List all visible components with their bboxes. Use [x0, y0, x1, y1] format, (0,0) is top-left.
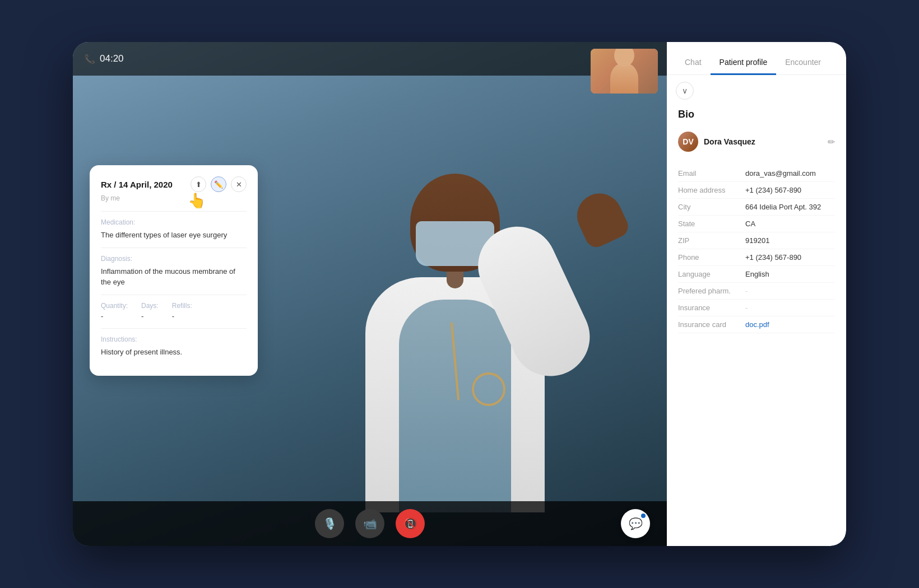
video-top-bar: 📞 04:20 [73, 42, 667, 76]
video-area: 📞 04:20 [73, 42, 667, 546]
rx-actions: ⬆ ✏️ ✕ [191, 176, 247, 192]
rx-edit-button[interactable]: ✏️ [211, 176, 226, 192]
diagnosis-value: Inflammation of the mucous membrane of t… [101, 266, 247, 288]
info-row-city: City 664 Idelia Port Apt. 392 [678, 199, 835, 216]
info-row-preferred-pharm: Prefered pharm. - [678, 283, 835, 300]
camera-icon: 📹 [363, 517, 377, 530]
instructions-label: Instructions: [101, 335, 247, 343]
medication-label: Medication: [101, 218, 247, 226]
video-bottom-bar: 🎙️ 📹 📵 💬 [73, 501, 667, 546]
city-label: City [678, 203, 745, 211]
end-call-button[interactable]: 📵 [396, 509, 425, 538]
rx-card-header: Rx / 14 April, 2020 ⬆ ✏️ ✕ [101, 176, 247, 192]
quantity-label: Quantity: [101, 302, 128, 310]
days-label: Days: [141, 302, 159, 310]
phone-value: +1 (234) 567-890 [745, 253, 835, 262]
notification-dot [640, 512, 647, 519]
rx-card: Rx / 14 April, 2020 ⬆ ✏️ ✕ By me Medicat… [90, 165, 258, 376]
avatar-initials: DV [683, 137, 693, 146]
medication-value: The different types of laser eye surgery [101, 230, 247, 241]
rx-upload-button[interactable]: ⬆ [191, 176, 206, 192]
insurance-card-link[interactable]: doc.pdf [745, 320, 835, 329]
tab-patient-profile[interactable]: Patient profile [711, 51, 777, 75]
patient-header: DV Dora Vasquez ✏ [678, 132, 835, 152]
panel-content: Bio DV Dora Vasquez ✏ Email dora_vas@gma… [667, 106, 846, 546]
edit-profile-icon[interactable]: ✏ [828, 137, 835, 147]
chevron-down-icon: ∨ [682, 86, 688, 95]
info-row-phone: Phone +1 (234) 567-890 [678, 249, 835, 266]
chat-button[interactable]: 💬 [621, 509, 650, 538]
end-call-icon: 📵 [403, 517, 417, 530]
rx-close-button[interactable]: ✕ [231, 176, 247, 192]
preferred-pharm-value: - [745, 287, 835, 295]
language-label: Language [678, 270, 745, 278]
phone-icon: 📞 [84, 54, 95, 64]
chat-icon: 💬 [629, 517, 643, 530]
camera-button[interactable]: 📹 [355, 509, 384, 538]
tabs-header: Chat Patient profile Encounter [667, 42, 846, 75]
city-value: 664 Idelia Port Apt. 392 [745, 203, 835, 211]
info-row-insurance-card: Insurance card doc.pdf [678, 316, 835, 333]
thumbnail-video[interactable] [591, 49, 658, 94]
insurance-card-label: Insurance card [678, 320, 745, 329]
info-row-email: Email dora_vas@gmail.com [678, 165, 835, 182]
rx-by: By me [101, 194, 247, 202]
patient-avatar-name: DV Dora Vasquez [678, 132, 755, 152]
phone-label: Phone [678, 253, 745, 262]
device-wrapper: 📞 04:20 [73, 42, 846, 546]
zip-label: ZIP [678, 236, 745, 245]
home-address-value: +1 (234) 567-890 [745, 186, 835, 194]
home-address-label: Home address [678, 186, 745, 194]
patient-avatar: DV [678, 132, 698, 152]
mic-icon: 🎙️ [323, 517, 337, 530]
close-icon: ✕ [236, 180, 242, 189]
mic-button[interactable]: 🎙️ [315, 509, 344, 538]
insurance-value: - [745, 304, 835, 312]
info-row-language: Language English [678, 266, 835, 283]
call-timer: 📞 04:20 [84, 53, 124, 64]
zip-value: 919201 [745, 236, 835, 245]
email-value: dora_vas@gmail.com [745, 169, 835, 178]
bio-title: Bio [678, 106, 835, 120]
edit-pencil-icon: ✏️ [214, 180, 223, 189]
timer-text: 04:20 [100, 53, 124, 64]
info-table: Email dora_vas@gmail.com Home address +1… [678, 165, 835, 333]
right-panel: Chat Patient profile Encounter ∨ Bio DV … [667, 42, 846, 546]
language-value: English [745, 270, 835, 278]
tab-encounter[interactable]: Encounter [776, 51, 830, 75]
collapse-button[interactable]: ∨ [676, 82, 694, 100]
info-row-insurance: Insurance - [678, 300, 835, 316]
state-label: State [678, 220, 745, 228]
tab-chat[interactable]: Chat [676, 51, 711, 75]
refills-label: Refills: [172, 302, 192, 310]
rx-title: Rx / 14 April, 2020 [101, 180, 173, 189]
state-value: CA [745, 220, 835, 228]
quantity-value: - [101, 311, 128, 322]
info-row-zip: ZIP 919201 [678, 232, 835, 249]
email-label: Email [678, 169, 745, 178]
insurance-label: Insurance [678, 304, 745, 312]
days-value: - [141, 311, 159, 322]
refills-value: - [172, 311, 192, 322]
rx-quantity-row: Quantity: - Days: - Refills: - [101, 302, 247, 322]
instructions-value: History of present illness. [101, 347, 247, 358]
preferred-pharm-label: Prefered pharm. [678, 287, 745, 295]
upload-icon: ⬆ [196, 180, 202, 189]
info-row-home-address: Home address +1 (234) 567-890 [678, 182, 835, 199]
diagnosis-label: Diagnosis: [101, 255, 247, 263]
patient-name: Dora Vasquez [704, 137, 755, 146]
info-row-state: State CA [678, 216, 835, 232]
